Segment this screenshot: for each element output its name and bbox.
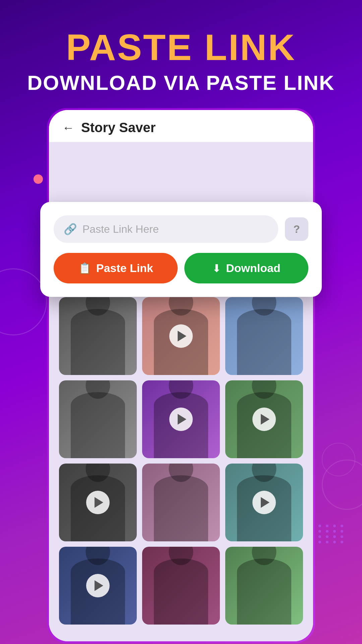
page-title-main: PASTE LINK xyxy=(0,27,362,67)
grid-item-10[interactable] xyxy=(59,547,137,625)
play-button-9[interactable] xyxy=(252,491,276,514)
app-title: Story Saver xyxy=(81,120,156,135)
phone-inner: ← Story Saver Downloaded : WhatsApp Face… xyxy=(49,110,313,641)
grid-item-2[interactable] xyxy=(142,297,220,375)
grid-item-1[interactable] xyxy=(59,297,137,375)
play-button-6[interactable] xyxy=(252,408,276,431)
phone-outer-border: ← Story Saver Downloaded : WhatsApp Face… xyxy=(47,108,315,643)
play-button-2[interactable] xyxy=(169,324,193,348)
play-triangle-9 xyxy=(261,497,269,508)
help-button[interactable]: ? xyxy=(285,217,308,241)
play-triangle-10 xyxy=(95,580,103,591)
app-bar: ← Story Saver xyxy=(49,110,313,142)
grid-item-5[interactable] xyxy=(142,380,220,458)
back-icon[interactable]: ← xyxy=(62,121,74,135)
play-triangle-5 xyxy=(178,414,186,425)
paste-card: 🔗 Paste Link Here ? 📋 Paste Link ⬇ Downl… xyxy=(40,202,322,297)
image-grid xyxy=(59,297,303,631)
play-button-7[interactable] xyxy=(86,491,110,514)
paste-link-label: Paste Link xyxy=(96,262,153,275)
header: PASTE LINK DOWNLOAD VIA PASTE LINK xyxy=(0,0,362,108)
play-button-10[interactable] xyxy=(86,574,110,597)
grid-item-11[interactable] xyxy=(142,547,220,625)
grid-item-4[interactable] xyxy=(59,380,137,458)
grid-item-7[interactable] xyxy=(59,464,137,541)
page-title-sub: DOWNLOAD VIA PASTE LINK xyxy=(0,71,362,95)
paste-link-button[interactable]: 📋 Paste Link xyxy=(54,253,178,283)
download-icon: ⬇ xyxy=(212,262,221,275)
download-button[interactable]: ⬇ Download xyxy=(184,253,308,283)
paste-placeholder: Paste Link Here xyxy=(82,223,159,235)
paste-input-field[interactable]: 🔗 Paste Link Here xyxy=(54,215,278,243)
grid-item-6[interactable] xyxy=(225,380,303,458)
download-label: Download xyxy=(226,262,280,275)
phone-mockup: ← Story Saver Downloaded : WhatsApp Face… xyxy=(27,108,335,643)
play-triangle-6 xyxy=(261,414,269,425)
play-triangle-7 xyxy=(95,497,103,508)
grid-item-9[interactable] xyxy=(225,464,303,541)
grid-item-3[interactable] xyxy=(225,297,303,375)
paste-icon: 📋 xyxy=(78,262,92,275)
play-button-5[interactable] xyxy=(169,408,193,431)
link-icon: 🔗 xyxy=(64,223,77,235)
action-buttons: 📋 Paste Link ⬇ Download xyxy=(54,253,308,283)
paste-input-row: 🔗 Paste Link Here ? xyxy=(54,215,308,243)
grid-item-8[interactable] xyxy=(142,464,220,541)
play-triangle xyxy=(178,331,186,341)
grid-item-12[interactable] xyxy=(225,547,303,625)
